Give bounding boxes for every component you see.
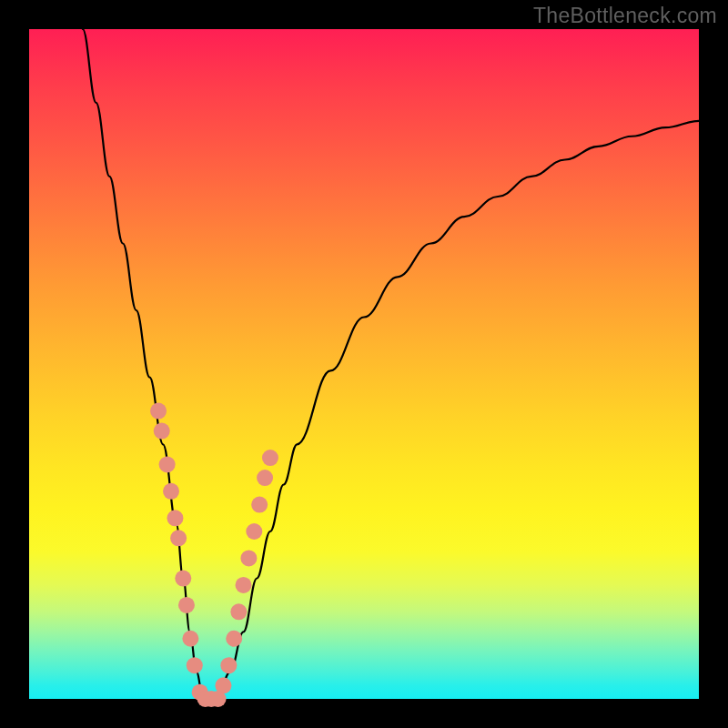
data-marker bbox=[230, 603, 247, 620]
data-marker bbox=[178, 597, 195, 613]
chart-plot-area bbox=[29, 29, 699, 699]
watermark-text: TheBottleneck.com bbox=[533, 4, 717, 28]
data-marker bbox=[167, 510, 183, 526]
data-marker bbox=[251, 497, 268, 513]
marker-cluster-right bbox=[210, 450, 278, 707]
data-marker bbox=[170, 530, 187, 546]
chart-frame: TheBottleneck.com bbox=[0, 0, 728, 728]
chart-svg bbox=[29, 29, 699, 699]
data-marker bbox=[246, 523, 262, 540]
data-marker bbox=[226, 631, 242, 647]
data-marker bbox=[262, 450, 278, 466]
marker-cluster-left bbox=[150, 403, 219, 707]
data-marker bbox=[175, 571, 191, 587]
data-marker bbox=[240, 550, 257, 566]
data-marker bbox=[182, 631, 198, 647]
data-marker bbox=[257, 470, 273, 486]
data-marker bbox=[159, 456, 176, 472]
data-marker bbox=[187, 657, 203, 673]
data-marker bbox=[163, 483, 179, 500]
data-marker bbox=[150, 403, 167, 420]
data-marker bbox=[220, 657, 237, 673]
bottleneck-curve bbox=[83, 29, 699, 699]
data-marker bbox=[154, 423, 170, 440]
data-marker bbox=[236, 577, 252, 593]
data-marker bbox=[215, 677, 231, 693]
